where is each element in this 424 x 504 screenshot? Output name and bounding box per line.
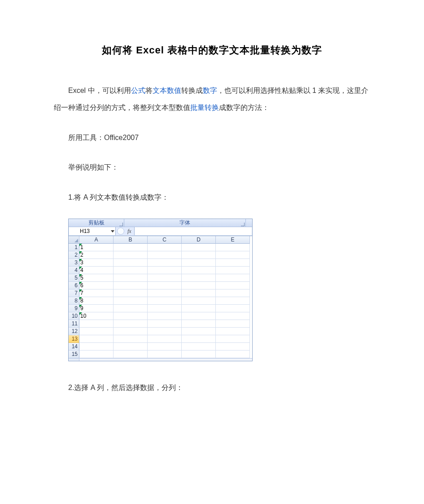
column-header[interactable]: A — [79, 236, 114, 244]
dialog-launcher-icon[interactable] — [119, 223, 123, 226]
cell[interactable] — [148, 351, 182, 358]
link-batch-convert[interactable]: 批量转换 — [190, 104, 219, 111]
cell[interactable] — [114, 259, 148, 267]
cell[interactable] — [114, 320, 148, 328]
cell[interactable]: 5 — [79, 274, 114, 282]
cell[interactable] — [182, 351, 216, 358]
cell[interactable] — [182, 297, 216, 305]
row-header[interactable]: 3 — [69, 259, 79, 267]
cell[interactable] — [148, 297, 182, 305]
row-header[interactable]: 11 — [69, 320, 79, 328]
cell[interactable] — [216, 312, 250, 320]
cell[interactable] — [79, 335, 114, 343]
cell[interactable] — [148, 343, 182, 351]
cell[interactable] — [114, 274, 148, 282]
cell[interactable] — [114, 328, 148, 335]
cell[interactable]: 9 — [79, 305, 114, 312]
cell[interactable] — [114, 312, 148, 320]
cell[interactable] — [114, 297, 148, 305]
cancel-icon[interactable] — [117, 228, 124, 235]
column-header[interactable]: E — [216, 236, 250, 244]
cell[interactable]: 6 — [79, 282, 114, 289]
cell[interactable] — [182, 282, 216, 289]
cell[interactable] — [216, 343, 250, 351]
cell[interactable] — [148, 282, 182, 289]
cell[interactable] — [148, 267, 182, 274]
cell[interactable] — [216, 282, 250, 289]
cell[interactable] — [148, 305, 182, 312]
cell[interactable]: 3 — [79, 259, 114, 267]
cell[interactable] — [182, 328, 216, 335]
link-text-value[interactable]: 文本数值 — [153, 87, 181, 94]
cell[interactable] — [148, 312, 182, 320]
cell[interactable] — [79, 351, 114, 358]
link-formula[interactable]: 公式 — [131, 87, 145, 94]
dialog-launcher-icon[interactable] — [241, 223, 245, 226]
column-header[interactable]: B — [114, 236, 148, 244]
cell[interactable] — [148, 328, 182, 335]
row-header[interactable]: 9 — [69, 305, 79, 312]
row-header[interactable]: 12 — [69, 328, 79, 335]
row-header[interactable]: 4 — [69, 267, 79, 274]
cell[interactable] — [216, 259, 250, 267]
column-header[interactable]: C — [148, 236, 182, 244]
cell[interactable] — [216, 289, 250, 297]
cell[interactable] — [182, 259, 216, 267]
cell[interactable] — [79, 328, 114, 335]
row-header[interactable]: 5 — [69, 274, 79, 282]
cell[interactable] — [216, 320, 250, 328]
cell[interactable] — [148, 251, 182, 259]
name-box[interactable]: H13 — [69, 227, 116, 235]
row-header[interactable]: 14 — [69, 343, 79, 351]
cell[interactable] — [182, 320, 216, 328]
cell[interactable] — [114, 305, 148, 312]
row-header[interactable]: 2 — [69, 251, 79, 259]
cell[interactable] — [182, 305, 216, 312]
cell[interactable] — [182, 335, 216, 343]
select-all-corner[interactable] — [69, 236, 79, 244]
cell[interactable] — [114, 289, 148, 297]
cell[interactable] — [114, 343, 148, 351]
cell[interactable] — [114, 351, 148, 358]
cell[interactable] — [148, 259, 182, 267]
cell[interactable]: 1 — [79, 244, 114, 251]
cell[interactable] — [216, 251, 250, 259]
cell[interactable] — [114, 244, 148, 251]
cell[interactable] — [182, 343, 216, 351]
formula-input[interactable] — [134, 227, 252, 235]
cell[interactable] — [182, 267, 216, 274]
cell[interactable] — [216, 335, 250, 343]
cell[interactable] — [148, 274, 182, 282]
cell[interactable] — [216, 328, 250, 335]
cell[interactable] — [114, 282, 148, 289]
cell[interactable] — [182, 312, 216, 320]
column-header[interactable]: D — [182, 236, 216, 244]
cell[interactable] — [148, 320, 182, 328]
cell[interactable] — [148, 335, 182, 343]
cell[interactable] — [216, 274, 250, 282]
fx-icon[interactable]: fx — [126, 227, 134, 235]
cell[interactable] — [114, 251, 148, 259]
cell[interactable] — [216, 297, 250, 305]
row-header[interactable]: 8 — [69, 297, 79, 305]
cell[interactable] — [79, 320, 114, 328]
row-header[interactable]: 7 — [69, 289, 79, 297]
row-header[interactable]: 15 — [69, 351, 79, 358]
cell[interactable]: 8 — [79, 297, 114, 305]
cell[interactable] — [114, 267, 148, 274]
cell[interactable] — [182, 251, 216, 259]
cell[interactable]: 10 — [79, 312, 114, 320]
row-header[interactable]: 1 — [69, 244, 79, 251]
cell[interactable]: 7 — [79, 289, 114, 297]
cell[interactable] — [182, 274, 216, 282]
cell[interactable] — [182, 289, 216, 297]
chevron-down-icon[interactable] — [111, 230, 114, 232]
cell[interactable] — [114, 335, 148, 343]
cell[interactable]: 4 — [79, 267, 114, 274]
cell[interactable] — [148, 289, 182, 297]
row-header[interactable]: 6 — [69, 282, 79, 289]
cell[interactable] — [216, 305, 250, 312]
cell[interactable] — [216, 351, 250, 358]
cell[interactable]: 2 — [79, 251, 114, 259]
cell[interactable] — [216, 267, 250, 274]
